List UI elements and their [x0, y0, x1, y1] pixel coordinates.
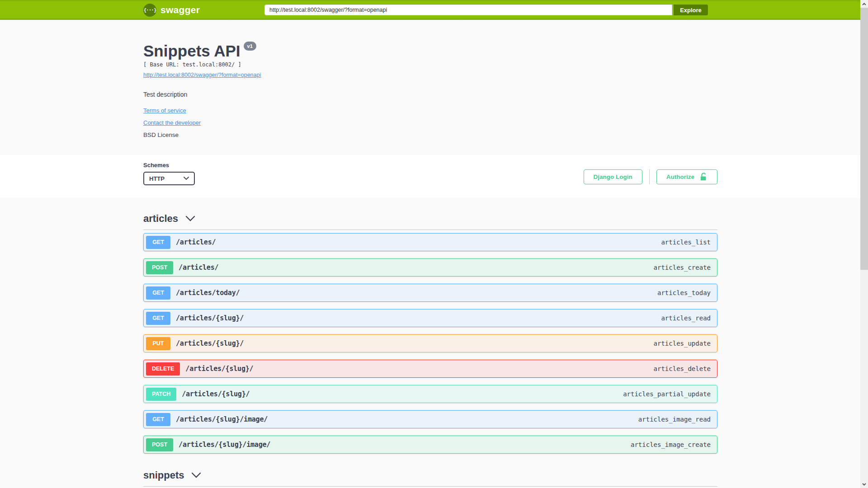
- license-text: BSD License: [143, 131, 717, 138]
- authorize-button[interactable]: Authorize: [656, 169, 717, 184]
- operation-path: /articles/{slug}/: [185, 365, 253, 373]
- tag-header[interactable]: snippets: [143, 461, 717, 487]
- operation-id: articles_image_create: [631, 441, 711, 448]
- spec-link[interactable]: http://test.local:8002/swagger/?format=o…: [143, 72, 261, 78]
- swagger-logo-link[interactable]: {···} swagger: [143, 4, 200, 17]
- operation-id: articles_today: [657, 289, 711, 296]
- operation-path: /articles/{slug}/image/: [176, 415, 268, 423]
- operation-row[interactable]: GET /articles/today/ articles_today: [143, 284, 717, 302]
- tag-header[interactable]: articles: [143, 198, 717, 230]
- operation-id: articles_create: [654, 264, 711, 271]
- explore-button[interactable]: Explore: [674, 5, 708, 15]
- operation-row[interactable]: GET /articles/{slug}/ articles_read: [143, 309, 717, 327]
- tag-title: snippets: [143, 469, 184, 481]
- operations-main: articles GET /articles/ articles_list PO…: [0, 198, 868, 488]
- version-badge: v1: [244, 42, 256, 51]
- operation-row[interactable]: PUT /articles/{slug}/ articles_update: [143, 334, 717, 352]
- scroll-down-icon: [862, 483, 866, 486]
- api-info-section: Snippets APIv1 [ Base URL: test.local:80…: [0, 20, 868, 155]
- tag-title: articles: [143, 213, 178, 225]
- contact-developer-link[interactable]: Contact the developer: [143, 119, 201, 126]
- scrollbar-thumb[interactable]: [860, 8, 868, 270]
- django-login-button[interactable]: Django Login: [584, 169, 642, 184]
- operation-row[interactable]: PATCH /articles/{slug}/ articles_partial…: [143, 385, 717, 403]
- operation-row[interactable]: POST /articles/{slug}/image/ articles_im…: [143, 436, 717, 454]
- operation-path: /articles/{slug}/image/: [179, 441, 270, 449]
- method-badge: DELETE: [146, 362, 180, 375]
- operation-path: /articles/{slug}/: [182, 390, 250, 398]
- operation-path: /articles/: [179, 263, 218, 272]
- url-bar: Explore: [264, 5, 708, 15]
- method-badge: GET: [146, 312, 170, 325]
- scrollbar-down-button[interactable]: [860, 480, 868, 488]
- chevron-down-icon: [185, 216, 195, 222]
- operation-row[interactable]: GET /articles/{slug}/image/ articles_ima…: [143, 410, 717, 428]
- method-badge: PUT: [146, 337, 170, 350]
- operation-path: /articles/{slug}/: [176, 339, 244, 347]
- unlock-icon: [700, 173, 708, 181]
- operation-row[interactable]: DELETE /articles/{slug}/ articles_delete: [143, 360, 717, 378]
- scheme-section: Schemes HTTP Django Login Authorize: [0, 155, 868, 198]
- method-badge: POST: [146, 438, 173, 451]
- scrollbar-up-button[interactable]: [860, 0, 868, 8]
- method-badge: GET: [146, 286, 170, 300]
- method-badge: GET: [146, 236, 170, 249]
- schemes-selected-value: HTTP: [149, 175, 165, 182]
- auth-divider: [649, 169, 650, 184]
- scroll-up-icon: [862, 3, 866, 5]
- operation-id: articles_delete: [654, 365, 711, 372]
- spec-url-input[interactable]: [264, 5, 672, 15]
- vertical-scrollbar: [860, 0, 868, 488]
- schemes-select[interactable]: HTTP: [143, 172, 195, 185]
- auth-wrapper: Django Login Authorize: [584, 169, 717, 184]
- operation-id: articles_update: [654, 340, 711, 347]
- operation-row[interactable]: POST /articles/ articles_create: [143, 258, 717, 277]
- method-badge: POST: [146, 261, 173, 274]
- operation-row[interactable]: GET /articles/ articles_list: [143, 233, 717, 251]
- tag-section: snippets GET /snippets/ snippets_list: [143, 461, 717, 488]
- swagger-logo-icon: {···}: [143, 4, 156, 17]
- base-url-text: [ Base URL: test.local:8002/ ]: [143, 61, 717, 68]
- terms-of-service-link[interactable]: Terms of service: [143, 107, 186, 114]
- operation-path: /articles/{slug}/: [176, 314, 244, 322]
- method-badge: PATCH: [146, 388, 176, 401]
- topbar: {···} swagger Explore: [0, 0, 860, 20]
- api-description: Test description: [143, 91, 717, 98]
- operation-path: /articles/today/: [176, 289, 240, 297]
- brand-title: swagger: [160, 5, 200, 15]
- operation-id: articles_image_read: [638, 416, 711, 423]
- operation-path: /articles/: [176, 238, 216, 246]
- method-badge: GET: [146, 413, 170, 426]
- operation-id: articles_partial_update: [623, 390, 711, 398]
- operation-id: articles_list: [661, 239, 711, 246]
- chevron-down-icon: [184, 177, 189, 180]
- schemes-label: Schemes: [143, 162, 717, 169]
- tag-section: articles GET /articles/ articles_list PO…: [143, 198, 717, 454]
- operation-id: articles_read: [661, 314, 711, 322]
- operation-list: GET /articles/ articles_list POST /artic…: [143, 230, 717, 454]
- page-title: Snippets APIv1: [143, 42, 717, 60]
- chevron-down-icon: [191, 472, 201, 479]
